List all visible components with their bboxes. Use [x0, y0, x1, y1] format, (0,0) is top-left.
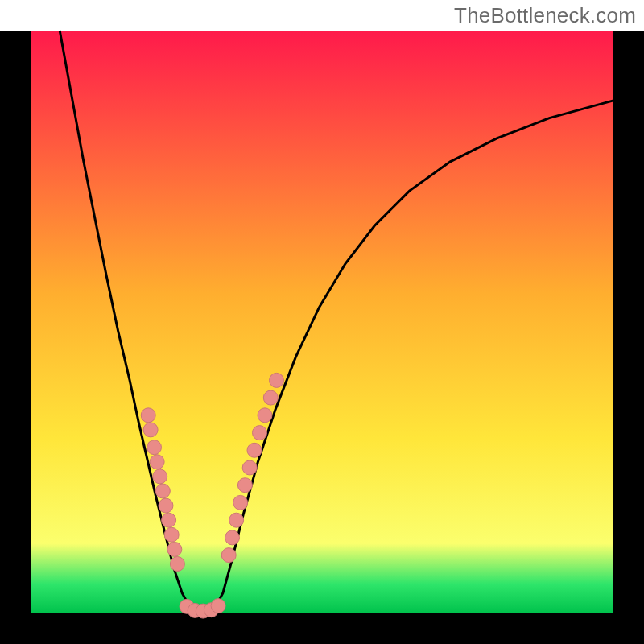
data-dot: [143, 423, 158, 437]
data-dot: [167, 542, 182, 556]
data-dot: [242, 460, 257, 475]
bottleneck-chart: [0, 0, 644, 644]
data-dot: [253, 426, 267, 440]
data-dot: [263, 390, 278, 405]
data-dot: [211, 599, 225, 613]
data-dot: [225, 530, 240, 545]
data-dot: [141, 408, 155, 423]
watermark-text: TheBottleneck.com: [454, 3, 636, 28]
data-dot: [155, 484, 170, 498]
data-dot: [150, 455, 164, 469]
data-dot: [247, 443, 262, 457]
data-dot: [221, 548, 236, 563]
data-dot: [153, 469, 167, 484]
frame-bottom: [0, 613, 644, 644]
frame-right: [613, 31, 644, 644]
data-dot: [258, 408, 272, 423]
frame-left: [0, 31, 31, 644]
data-dot: [162, 513, 176, 527]
data-dot: [229, 513, 244, 527]
plot-background: [31, 31, 613, 613]
data-dot: [237, 478, 252, 493]
data-dot: [170, 557, 184, 572]
data-dot: [159, 498, 173, 513]
chart-container: { "watermark": "TheBottleneck.com", "col…: [0, 0, 644, 644]
data-dot: [164, 527, 179, 542]
data-dot: [233, 495, 248, 510]
data-dot: [270, 373, 284, 387]
data-dot: [147, 440, 162, 455]
